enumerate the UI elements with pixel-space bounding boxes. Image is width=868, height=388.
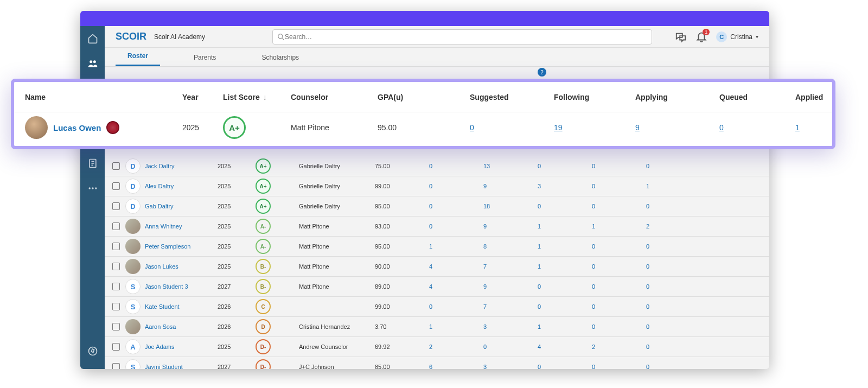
queued-link[interactable]: 0 [592,323,595,330]
applying-link[interactable]: 1 [538,323,541,330]
row-checkbox[interactable] [112,222,120,230]
following-link[interactable]: 18 [483,203,490,209]
student-name-link[interactable]: Kate Student [145,303,180,310]
applied-link[interactable]: 0 [646,163,649,169]
queued-link[interactable]: 0 [719,123,724,132]
following-link[interactable]: 3 [483,323,487,330]
student-avatar[interactable] [125,259,141,274]
queued-link[interactable]: 0 [592,203,595,209]
student-avatar[interactable]: S [125,299,141,314]
more-icon[interactable] [86,181,100,195]
col-suggested[interactable]: Suggested [470,93,554,101]
student-avatar[interactable]: A [125,339,141,354]
logo[interactable]: SCOIR [116,31,146,42]
queued-link[interactable]: 0 [592,263,595,270]
following-link[interactable]: 9 [483,183,487,189]
bell-icon[interactable]: 1 [695,31,707,43]
tab-scholarships[interactable]: Scholarships [250,54,311,66]
people-icon[interactable] [86,56,100,71]
queued-link[interactable]: 0 [592,364,595,369]
following-link[interactable]: 8 [483,243,487,250]
student-name-link[interactable]: Jaymi Student [145,364,183,369]
tab-parents[interactable]: Parents [182,54,228,66]
compass-icon[interactable] [86,344,100,358]
student-avatar[interactable]: D [125,179,141,194]
row-checkbox[interactable] [112,303,120,310]
suggested-link[interactable]: 1 [429,243,432,250]
row-checkbox[interactable] [112,202,120,210]
applied-link[interactable]: 0 [646,263,649,270]
row-checkbox[interactable] [112,162,120,170]
applying-link[interactable]: 3 [538,183,541,189]
home-icon[interactable] [86,31,100,46]
following-link[interactable]: 19 [554,123,563,132]
queued-link[interactable]: 2 [592,344,595,350]
applied-link[interactable]: 0 [646,303,649,310]
following-link[interactable]: 7 [483,263,487,270]
student-name-link[interactable]: Anna Whitney [145,223,182,230]
suggested-link[interactable]: 0 [429,203,432,209]
applying-link[interactable]: 0 [538,303,541,310]
row-checkbox[interactable] [112,283,120,290]
applied-link[interactable]: 0 [646,203,649,209]
col-gpa[interactable]: GPA(u) [378,93,470,101]
row-checkbox[interactable] [112,182,120,190]
student-name-link[interactable]: Joe Adams [145,344,174,350]
applied-link[interactable]: 0 [646,243,649,250]
student-avatar[interactable] [125,219,141,234]
student-name-link[interactable]: Gab Daltry [145,203,174,209]
row-checkbox[interactable] [112,323,120,330]
user-menu[interactable]: C Cristina ▾ [716,31,758,42]
applying-link[interactable]: 9 [635,123,640,132]
applying-link[interactable]: 0 [538,283,541,290]
student-avatar[interactable] [125,319,141,334]
tab-roster[interactable]: Roster [116,52,160,66]
col-name[interactable]: Name [25,93,182,101]
following-link[interactable]: 7 [483,303,487,310]
applying-link[interactable]: 0 [538,364,541,369]
col-year[interactable]: Year [182,93,223,101]
student-name-link[interactable]: Lucas Owen [53,123,101,132]
applying-link[interactable]: 4 [538,344,541,350]
search-box[interactable] [272,29,652,44]
col-applied[interactable]: Applied [795,93,850,101]
applied-link[interactable]: 0 [646,344,649,350]
applying-link[interactable]: 0 [538,163,541,169]
suggested-link[interactable]: 4 [429,263,432,270]
queued-link[interactable]: 0 [592,243,595,250]
student-avatar[interactable]: D [125,199,141,214]
search-input[interactable] [285,33,647,41]
applying-link[interactable]: 1 [538,223,541,230]
student-avatar[interactable] [125,239,141,254]
suggested-link[interactable]: 4 [429,283,432,290]
queued-link[interactable]: 0 [592,283,595,290]
applying-link[interactable]: 0 [538,203,541,209]
student-avatar[interactable] [25,116,48,139]
row-checkbox[interactable] [112,363,120,369]
row-checkbox[interactable] [112,343,120,351]
col-list-score[interactable]: List Score↓ [223,93,291,101]
student-name-link[interactable]: Jason Student 3 [145,283,188,290]
queued-link[interactable]: 0 [592,163,595,169]
applied-link[interactable]: 0 [646,323,649,330]
queued-link[interactable]: 1 [592,223,595,230]
suggested-link[interactable]: 0 [429,223,432,230]
col-following[interactable]: Following [554,93,635,101]
applied-link[interactable]: 2 [646,223,649,230]
chat-icon[interactable] [675,31,687,43]
doc-icon[interactable] [86,156,100,170]
student-avatar[interactable]: D [125,158,141,174]
following-link[interactable]: 13 [483,163,490,169]
student-name-link[interactable]: Peter Sampleson [145,243,190,250]
student-name-link[interactable]: Jack Daltry [145,163,174,169]
suggested-link[interactable]: 6 [429,364,432,369]
student-avatar[interactable]: S [125,279,141,294]
student-name-link[interactable]: Jason Lukes [145,263,178,270]
col-applying[interactable]: Applying [635,93,719,101]
suggested-link[interactable]: 0 [429,303,432,310]
queued-link[interactable]: 0 [592,183,595,189]
following-link[interactable]: 9 [483,223,487,230]
suggested-link[interactable]: 0 [470,123,474,132]
student-name-link[interactable]: Aaron Sosa [145,323,176,330]
suggested-link[interactable]: 1 [429,323,432,330]
